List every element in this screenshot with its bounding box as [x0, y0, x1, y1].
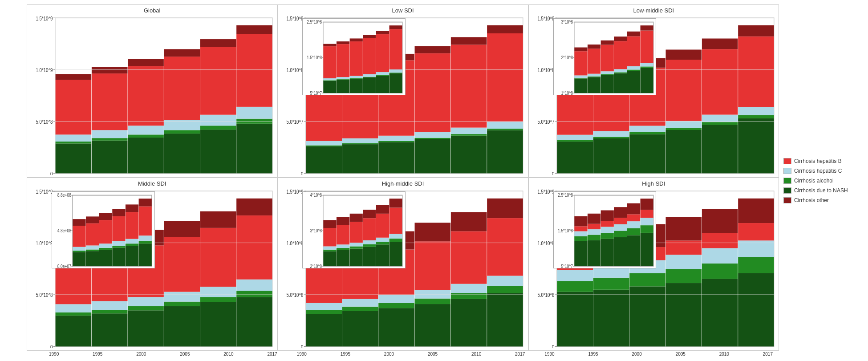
svg-rect-101 [363, 77, 376, 77]
svg-rect-315 [415, 290, 451, 298]
svg-rect-138 [629, 134, 665, 174]
svg-rect-50 [342, 138, 378, 143]
svg-text:1.5*10^8: 1.5*10^8 [307, 55, 322, 60]
svg-rect-87 [324, 78, 337, 80]
svg-text:5.0*10^8: 5.0*10^8 [36, 292, 53, 298]
svg-rect-442 [614, 224, 627, 231]
svg-text:0: 0 [50, 171, 53, 175]
charts-area: Global05.0*10^81.0*10^91.5*10^9Low SDI05… [4, 0, 779, 361]
inset-chart-high-sdi: 5*10^71.5*10^82.5*10^8199019952000200520… [553, 191, 657, 268]
svg-rect-13 [128, 126, 164, 134]
svg-text:1.0*10^9: 1.0*10^9 [537, 240, 554, 246]
svg-rect-30 [236, 25, 272, 34]
legend-color-box [783, 197, 791, 203]
svg-text:4.8e+08: 4.8e+08 [57, 228, 72, 233]
svg-rect-268 [99, 220, 112, 243]
svg-rect-152 [702, 39, 738, 49]
svg-rect-173 [574, 51, 587, 75]
x-tick-label: 2010 [719, 352, 729, 357]
x-tick-label: 2017 [267, 352, 277, 357]
svg-rect-394 [629, 273, 665, 286]
svg-rect-408 [738, 273, 774, 346]
svg-rect-352 [350, 243, 363, 246]
svg-rect-428 [574, 226, 587, 231]
svg-rect-183 [600, 45, 613, 72]
svg-rect-402 [665, 217, 702, 241]
svg-rect-279 [126, 204, 138, 212]
svg-rect-15 [128, 59, 164, 66]
svg-rect-102 [363, 74, 376, 77]
svg-rect-105 [376, 76, 389, 93]
svg-rect-355 [363, 247, 376, 266]
chart-cell-middle-sdi: Middle SDI05.0*10^81.0*10^91.5*10^98.0e+… [27, 178, 277, 351]
svg-rect-6 [92, 141, 128, 174]
svg-text:3*10^8: 3*10^8 [561, 19, 573, 24]
svg-rect-157 [738, 25, 774, 37]
svg-rect-258 [73, 226, 85, 247]
svg-rect-114 [389, 25, 402, 29]
x-tick-label: 2000 [384, 352, 394, 357]
svg-rect-366 [389, 239, 402, 242]
svg-rect-409 [738, 257, 774, 273]
svg-text:2.5*10^8: 2.5*10^8 [307, 19, 322, 24]
svg-rect-235 [200, 287, 236, 297]
svg-rect-231 [164, 237, 200, 292]
svg-rect-445 [627, 235, 640, 266]
svg-rect-400 [665, 255, 702, 269]
svg-rect-177 [588, 74, 600, 77]
svg-rect-4 [56, 80, 92, 135]
svg-rect-220 [92, 301, 128, 310]
svg-rect-70 [487, 122, 523, 129]
svg-rect-91 [337, 79, 349, 80]
svg-rect-264 [86, 216, 99, 223]
svg-rect-188 [614, 41, 627, 69]
svg-rect-273 [112, 216, 125, 241]
svg-rect-107 [376, 72, 389, 75]
svg-rect-239 [236, 291, 272, 297]
inset-svg-high-middle-sdi: 2*10^83*10^84*10^81990199520002005201020… [303, 192, 405, 268]
svg-rect-452 [640, 218, 653, 225]
svg-rect-179 [588, 45, 600, 49]
svg-rect-349 [337, 217, 349, 225]
svg-rect-86 [324, 80, 337, 81]
svg-text:5.0*10^8: 5.0*10^8 [36, 119, 53, 125]
chart-body-middle-sdi: 05.0*10^81.0*10^91.5*10^98.0e+074.8e+088… [29, 188, 275, 348]
svg-rect-405 [702, 248, 738, 264]
svg-rect-187 [614, 69, 627, 72]
svg-rect-147 [665, 49, 702, 60]
svg-rect-67 [451, 37, 487, 45]
chart-body-global: 05.0*10^81.0*10^91.5*10^9 [29, 15, 275, 175]
x-tick-label: 1995 [341, 352, 350, 357]
svg-rect-65 [451, 128, 487, 134]
svg-rect-361 [376, 242, 389, 244]
svg-rect-269 [99, 213, 112, 220]
svg-rect-237 [200, 211, 236, 228]
charts-grid: Global05.0*10^81.0*10^91.5*10^9Low SDI05… [27, 4, 779, 351]
svg-rect-60 [415, 132, 451, 138]
svg-rect-448 [627, 214, 640, 221]
x-tick-label: 1990 [544, 352, 554, 357]
svg-rect-144 [665, 128, 702, 130]
legend-label: Cirrhosis other [794, 197, 829, 203]
x-tick-label: 2005 [428, 352, 438, 357]
svg-rect-53 [379, 142, 415, 173]
svg-rect-22 [200, 126, 236, 130]
svg-rect-85 [324, 81, 337, 93]
svg-rect-192 [627, 66, 640, 70]
chart-title-middle-sdi: Middle SDI [138, 180, 166, 187]
svg-rect-7 [92, 138, 128, 141]
svg-text:8.8e+08: 8.8e+08 [57, 192, 72, 198]
svg-rect-357 [363, 240, 376, 244]
svg-rect-59 [415, 138, 451, 139]
svg-rect-427 [574, 231, 587, 236]
svg-rect-69 [487, 129, 523, 130]
svg-rect-238 [236, 297, 272, 346]
svg-rect-194 [627, 32, 640, 37]
inset-svg-low-middle-sdi: 1*10^82*10^83*10^81990199520002005201020… [554, 19, 656, 95]
svg-rect-309 [379, 303, 415, 308]
svg-text:0: 0 [301, 171, 303, 175]
legend-color-box [783, 178, 791, 184]
svg-rect-225 [128, 297, 164, 306]
svg-rect-385 [557, 270, 593, 281]
chart-title-high-sdi: High SDI [642, 180, 665, 187]
